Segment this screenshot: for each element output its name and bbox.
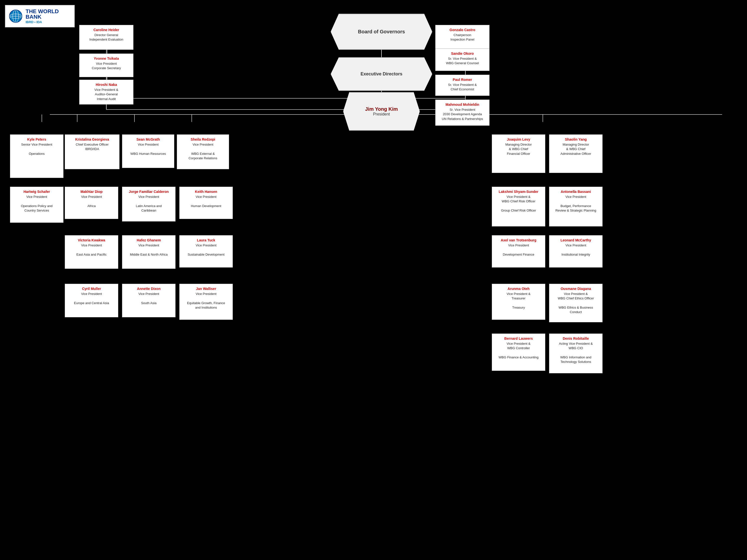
arunma-oteh-name: Arunma Oteh — [494, 287, 543, 291]
card-denis-robitaille: Denis Robitaille Acting Vice President &… — [549, 334, 602, 373]
jorge-familiar-calderon-title: Vice PresidentLatin America andCaribbean — [124, 195, 173, 213]
antonella-bassani-name: Antonella Bassani — [551, 189, 600, 194]
makhtar-diop-title: Vice PresidentAfrica — [67, 195, 116, 208]
mahmoud-mohieldin-title: Sr. Vice President2030 Development Agend… — [437, 108, 487, 121]
sheila-redzepi-name: Sheila Redzepi — [179, 137, 227, 142]
card-annette-dixon: Annette Dixon Vice PresidentSouth Asia — [122, 284, 176, 317]
axel-van-trotsenburg-title: Vice PresidentDevelopment Finance — [494, 243, 543, 257]
cyril-muller-name: Cyril Muller — [67, 287, 116, 291]
card-sandie-okoro: Sandie Okoro Sr. Vice President &WBG Gen… — [435, 49, 490, 71]
hafez-ghanem-title: Vice PresidentMiddle East & North Africa — [124, 243, 173, 257]
card-hafez-ghanem: Hafez Ghanem Vice PresidentMiddle East &… — [122, 235, 176, 269]
globe-icon — [8, 8, 23, 24]
logo: THE WORLD BANK IBRD • IDA — [5, 5, 75, 27]
card-axel-van-trotsenburg: Axel van Trotsenburg Vice PresidentDevel… — [492, 235, 545, 268]
sandie-okoro-name: Sandie Okoro — [437, 51, 487, 56]
ousmane-diagana-title: Vice President &WBG Chief Ethics Officer… — [551, 292, 600, 314]
yvonne-tsikata-title: Vice PresidentCorporate Secretary — [81, 61, 131, 71]
gonzalo-castro-name: Gonzalo Castro — [437, 28, 487, 32]
hartwig-schafer-name: Hartwig Schafer — [12, 189, 61, 194]
arunma-oteh-title: Vice President &TreasurerTreasury — [494, 292, 543, 310]
president-title: President — [365, 112, 398, 116]
lakshmi-shyam-sunder-title: Vice President &WBG Chief Risk OfficerGr… — [494, 195, 543, 213]
card-kyle-peters: Kyle Peters Senior Vice PresidentOperati… — [10, 134, 63, 178]
card-ousmane-diagana: Ousmane Diagana Vice President &WBG Chie… — [549, 284, 602, 322]
keith-hansen-title: Vice PresidentHuman Development — [182, 195, 231, 208]
board-label: Board of Governors — [358, 29, 405, 34]
card-gonzalo-castro: Gonzalo Castro ChairpersonInspection Pan… — [435, 25, 490, 50]
laura-tuck-name: Laura Tuck — [182, 238, 231, 242]
card-leonard-mccarthy: Leonard McCarthy Vice PresidentInstituti… — [549, 235, 602, 268]
card-kristalina-georgieva: Kristalina Georgieva Chief Executive Off… — [65, 134, 120, 169]
kyle-peters-name: Kyle Peters — [12, 137, 61, 142]
joaquim-levy-title: Managing Director& WBG ChiefFinancial Of… — [494, 142, 543, 156]
victoria-kwakwa-name: Victoria Kwakwa — [67, 238, 116, 242]
executive-directors: Executive Directors — [331, 57, 432, 91]
card-mahmoud-mohieldin: Mahmoud Mohieldin Sr. Vice President2030… — [435, 100, 490, 126]
sheila-redzepi-title: Vice PresidentWBG External &Corporate Re… — [179, 142, 227, 161]
hafez-ghanem-name: Hafez Ghanem — [124, 238, 173, 242]
hiroshi-naka-name: Hiroshi Naka — [81, 82, 131, 87]
sean-mcgrath-title: Vice PresidentWBG Human Resources — [124, 142, 172, 156]
card-lakshmi-shyam-sunder: Lakshmi Shyam-Sunder Vice President &WBG… — [492, 187, 545, 226]
jan-walliser-title: Vice PresidentEquitable Growth, Financea… — [182, 292, 231, 310]
logo-title: THE WORLD BANK — [26, 9, 71, 20]
shaolin-yang-title: Managing Director& WBG ChiefAdministrati… — [551, 142, 600, 156]
card-joaquim-levy: Joaquim Levy Managing Director& WBG Chie… — [492, 134, 545, 173]
caroline-heider-name: Caroline Heider — [81, 28, 131, 32]
mahmoud-mohieldin-name: Mahmoud Mohieldin — [437, 102, 487, 107]
card-paul-romer: Paul Romer Sr. Vice President &Chief Eco… — [435, 75, 490, 96]
president-card: Jim Yong Kim President — [343, 92, 420, 131]
sean-mcgrath-name: Sean McGrath — [124, 137, 172, 142]
denis-robitaille-name: Denis Robitaille — [551, 336, 600, 341]
caroline-heider-title: Director GeneralIndependent Evaluation — [81, 33, 131, 42]
kristalina-georgieva-name: Kristalina Georgieva — [67, 137, 117, 142]
axel-van-trotsenburg-name: Axel van Trotsenburg — [494, 238, 543, 242]
kyle-peters-title: Senior Vice PresidentOperations — [12, 142, 61, 156]
card-arunma-oteh: Arunma Oteh Vice President &TreasurerTre… — [492, 284, 545, 320]
leonard-mccarthy-title: Vice PresidentInstitutional Integrity — [551, 243, 600, 257]
denis-robitaille-title: Acting Vice President &WBG CIOWBG Inform… — [551, 342, 600, 364]
joaquim-levy-name: Joaquim Levy — [494, 137, 543, 142]
card-shaolin-yang: Shaolin Yang Managing Director& WBG Chie… — [549, 134, 602, 173]
card-bernard-lauwers: Bernard Lauwers Vice President &WBG Cont… — [492, 334, 545, 371]
card-laura-tuck: Laura Tuck Vice PresidentSustainable Dev… — [179, 235, 233, 268]
paul-romer-title: Sr. Vice President &Chief Economist — [437, 83, 487, 91]
annette-dixon-name: Annette Dixon — [124, 287, 173, 291]
laura-tuck-title: Vice PresidentSustainable Development — [182, 243, 231, 257]
card-hiroshi-naka: Hiroshi Naka Vice President &Auditor-Gen… — [79, 80, 133, 105]
president-name: Jim Yong Kim — [365, 106, 398, 112]
lakshmi-shyam-sunder-name: Lakshmi Shyam-Sunder — [494, 189, 543, 194]
exec-directors-label: Executive Directors — [361, 72, 403, 77]
card-caroline-heider: Caroline Heider Director GeneralIndepend… — [79, 25, 133, 50]
sandie-okoro-title: Sr. Vice President &WBG General Counsel — [437, 56, 487, 65]
logo-subtitle: IBRD • IDA — [26, 20, 71, 24]
makhtar-diop-name: Makhtar Diop — [67, 189, 116, 194]
kristalina-georgieva-title: Chief Executive OfficerIBRD/IDA — [67, 142, 117, 151]
paul-romer-name: Paul Romer — [437, 77, 487, 82]
antonella-bassani-title: Vice PresidentBudget, PerformanceReview … — [551, 195, 600, 213]
card-cyril-muller: Cyril Muller Vice PresidentEurope and Ce… — [65, 284, 118, 317]
ousmane-diagana-name: Ousmane Diagana — [551, 287, 600, 291]
yvonne-tsikata-name: Yvonne Tsikata — [81, 56, 131, 61]
bernard-lauwers-title: Vice President &WBG ControllerWBG Financ… — [494, 342, 543, 359]
hartwig-schafer-title: Vice PresidentOperations Policy andCount… — [12, 195, 61, 213]
jorge-familiar-calderon-name: Jorge Familiar Calderon — [124, 189, 173, 194]
card-sean-mcgrath: Sean McGrath Vice PresidentWBG Human Res… — [122, 134, 174, 168]
hiroshi-naka-title: Vice President &Auditor-GeneralInternal … — [81, 88, 131, 101]
card-yvonne-tsikata: Yvonne Tsikata Vice PresidentCorporate S… — [79, 54, 133, 77]
cyril-muller-title: Vice PresidentEurope and Central Asia — [67, 292, 116, 305]
card-sheila-redzepi: Sheila Redzepi Vice PresidentWBG Externa… — [177, 134, 229, 169]
victoria-kwakwa-title: Vice PresidentEast Asia and Pacific — [67, 243, 116, 257]
shaolin-yang-name: Shaolin Yang — [551, 137, 600, 142]
card-keith-hansen: Keith Hansen Vice PresidentHuman Develop… — [179, 187, 233, 219]
card-hartwig-schafer: Hartwig Schafer Vice PresidentOperations… — [10, 187, 63, 223]
card-jan-walliser: Jan Walliser Vice PresidentEquitable Gro… — [179, 284, 233, 320]
card-makhtar-diop: Makhtar Diop Vice PresidentAfrica — [65, 187, 118, 219]
bernard-lauwers-name: Bernard Lauwers — [494, 336, 543, 341]
annette-dixon-title: Vice PresidentSouth Asia — [124, 292, 173, 305]
board-of-governors: Board of Governors — [331, 14, 432, 50]
jan-walliser-name: Jan Walliser — [182, 287, 231, 291]
gonzalo-castro-title: ChairpersonInspection Panel — [437, 33, 487, 42]
card-antonella-bassani: Antonella Bassani Vice PresidentBudget, … — [549, 187, 602, 226]
